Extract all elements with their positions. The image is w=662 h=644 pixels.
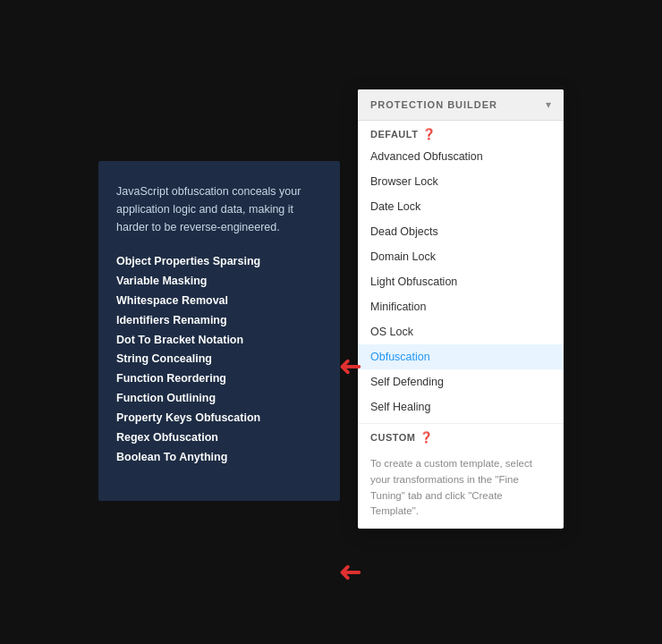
feature-item: Object Properties Sparsing bbox=[116, 252, 322, 272]
custom-help-icon: ❓ bbox=[420, 431, 433, 444]
screen: JavaScript obfuscation conceals your app… bbox=[0, 0, 662, 644]
dropdown-arrow-icon: ▾ bbox=[546, 98, 551, 111]
menu-item-domain-lock[interactable]: Domain Lock bbox=[358, 244, 564, 269]
feature-item: Identifiers Renaming bbox=[116, 311, 322, 331]
protection-panel: PROTECTION BUILDER ▾ ⚙ ⬇ DEFAULT ❓ Advan… bbox=[358, 89, 564, 529]
info-panel: JavaScript obfuscation conceals your app… bbox=[98, 161, 340, 501]
feature-item: Whitespace Removal bbox=[116, 292, 322, 311]
help-icon: ❓ bbox=[422, 128, 436, 140]
menu-item-self-defending[interactable]: Self Defending bbox=[358, 369, 564, 394]
custom-label-text: CUSTOM bbox=[370, 432, 415, 443]
custom-section-label: CUSTOM ❓ bbox=[358, 424, 564, 447]
feature-item: Variable Masking bbox=[116, 272, 322, 292]
feature-item: Function Outlining bbox=[116, 389, 322, 409]
default-label-text: DEFAULT bbox=[370, 129, 418, 140]
menu-item-advanced-obfuscation[interactable]: Advanced Obfuscation bbox=[358, 144, 564, 169]
menu-item-browser-lock[interactable]: Browser Lock bbox=[358, 169, 564, 194]
feature-item: Function Reordering bbox=[116, 369, 322, 389]
content-area: JavaScript obfuscation conceals your app… bbox=[98, 89, 564, 555]
menu-item-dead-objects[interactable]: Dead Objects bbox=[358, 219, 564, 244]
feature-item: Boolean To Anything bbox=[116, 448, 322, 468]
menu-item-obfuscation[interactable]: Obfuscation bbox=[358, 344, 564, 369]
feature-item: Dot To Bracket Notation bbox=[116, 331, 322, 351]
menu-item-light-obfuscation[interactable]: Light Obfuscation bbox=[358, 269, 564, 294]
features-list: Object Properties SparsingVariable Maski… bbox=[116, 252, 322, 468]
menu-item-date-lock[interactable]: Date Lock bbox=[358, 194, 564, 219]
protection-header[interactable]: PROTECTION BUILDER ▾ bbox=[358, 89, 564, 121]
feature-item: Property Keys Obfuscation bbox=[116, 409, 322, 428]
menu-item-os-lock[interactable]: OS Lock bbox=[358, 319, 564, 344]
feature-item: String Concealing bbox=[116, 350, 322, 369]
info-description: JavaScript obfuscation conceals your app… bbox=[116, 182, 322, 236]
menu-item-self-healing[interactable]: Self Healing bbox=[358, 394, 564, 419]
arrow-templates-icon: ➜ bbox=[338, 555, 362, 589]
default-section-label: DEFAULT ❓ bbox=[358, 121, 564, 144]
custom-description: To create a custom template, select your… bbox=[358, 447, 564, 529]
menu-item-minification[interactable]: Minification bbox=[358, 294, 564, 319]
protection-header-title: PROTECTION BUILDER bbox=[370, 99, 497, 110]
feature-item: Regex Obfuscation bbox=[116, 428, 322, 448]
custom-section: CUSTOM ❓ To create a custom template, se… bbox=[358, 423, 564, 529]
